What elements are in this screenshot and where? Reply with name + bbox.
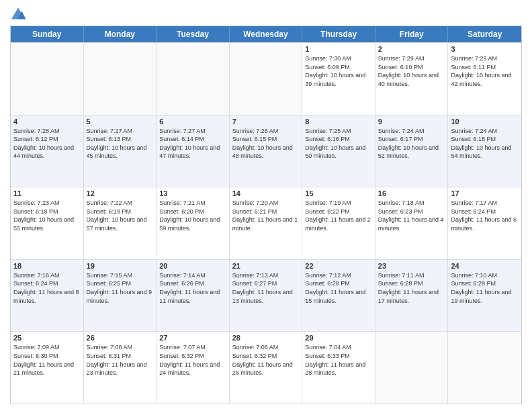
calendar-body: 1Sunrise: 7:30 AM Sunset: 6:09 PM Daylig… [11, 42, 521, 404]
day-info: Sunrise: 7:27 AM Sunset: 6:14 PM Dayligh… [159, 127, 226, 161]
day-info: Sunrise: 7:16 AM Sunset: 6:24 PM Dayligh… [13, 271, 81, 305]
logo-icon [10, 7, 26, 20]
day-info: Sunrise: 7:23 AM Sunset: 6:18 PM Dayligh… [13, 199, 81, 232]
calendar-cell: 6Sunrise: 7:27 AM Sunset: 6:14 PM Daylig… [157, 116, 230, 187]
calendar-cell [448, 332, 521, 404]
calendar-cell: 14Sunrise: 7:20 AM Sunset: 6:21 PM Dayli… [230, 187, 303, 259]
day-number: 28 [232, 334, 300, 342]
calendar-cell: 25Sunrise: 7:09 AM Sunset: 6:30 PM Dayli… [11, 332, 84, 404]
calendar-row-4: 18Sunrise: 7:16 AM Sunset: 6:24 PM Dayli… [11, 259, 521, 332]
calendar-header: SundayMondayTuesdayWednesdayThursdayFrid… [11, 26, 521, 42]
day-info: Sunrise: 7:12 AM Sunset: 6:28 PM Dayligh… [305, 271, 372, 305]
day-number: 11 [13, 189, 81, 197]
day-number: 6 [159, 118, 226, 126]
day-info: Sunrise: 7:24 AM Sunset: 6:18 PM Dayligh… [451, 127, 519, 161]
day-number: 17 [451, 189, 519, 197]
day-info: Sunrise: 7:11 AM Sunset: 6:28 PM Dayligh… [378, 271, 445, 305]
day-number: 24 [451, 262, 519, 270]
calendar-cell: 24Sunrise: 7:10 AM Sunset: 6:29 PM Dayli… [448, 260, 521, 332]
calendar-cell: 2Sunrise: 7:29 AM Sunset: 6:10 PM Daylig… [375, 43, 449, 115]
day-info: Sunrise: 7:20 AM Sunset: 6:21 PM Dayligh… [232, 199, 300, 232]
day-header-sunday: Sunday [11, 26, 84, 42]
day-header-friday: Friday [375, 26, 449, 42]
day-number: 19 [87, 262, 154, 270]
calendar-cell: 22Sunrise: 7:12 AM Sunset: 6:28 PM Dayli… [302, 260, 375, 332]
calendar-row-1: 1Sunrise: 7:30 AM Sunset: 6:09 PM Daylig… [11, 42, 521, 115]
calendar-cell: 23Sunrise: 7:11 AM Sunset: 6:28 PM Dayli… [375, 260, 449, 332]
calendar-cell: 26Sunrise: 7:08 AM Sunset: 6:31 PM Dayli… [84, 332, 157, 404]
day-info: Sunrise: 7:13 AM Sunset: 6:27 PM Dayligh… [232, 271, 300, 305]
calendar-cell [157, 43, 230, 115]
day-info: Sunrise: 7:14 AM Sunset: 6:26 PM Dayligh… [159, 271, 226, 305]
day-info: Sunrise: 7:06 AM Sunset: 6:32 PM Dayligh… [232, 343, 300, 377]
day-number: 20 [159, 262, 226, 270]
day-info: Sunrise: 7:27 AM Sunset: 6:13 PM Dayligh… [87, 127, 154, 161]
calendar-cell: 12Sunrise: 7:22 AM Sunset: 6:19 PM Dayli… [84, 187, 157, 259]
day-number: 21 [232, 262, 300, 270]
day-number: 7 [232, 118, 300, 126]
day-info: Sunrise: 7:17 AM Sunset: 6:24 PM Dayligh… [451, 199, 519, 232]
day-info: Sunrise: 7:26 AM Sunset: 6:15 PM Dayligh… [232, 127, 300, 161]
calendar-cell: 21Sunrise: 7:13 AM Sunset: 6:27 PM Dayli… [230, 260, 303, 332]
day-info: Sunrise: 7:21 AM Sunset: 6:20 PM Dayligh… [159, 199, 226, 232]
calendar-cell: 3Sunrise: 7:29 AM Sunset: 6:11 PM Daylig… [448, 43, 521, 115]
calendar-cell: 5Sunrise: 7:27 AM Sunset: 6:13 PM Daylig… [84, 116, 157, 187]
day-header-saturday: Saturday [448, 26, 521, 42]
calendar-cell: 8Sunrise: 7:25 AM Sunset: 6:16 PM Daylig… [302, 116, 375, 187]
day-number: 16 [378, 189, 445, 197]
day-info: Sunrise: 7:28 AM Sunset: 6:12 PM Dayligh… [13, 127, 81, 161]
day-number: 2 [378, 45, 445, 53]
day-header-monday: Monday [84, 26, 157, 42]
calendar-cell [84, 43, 157, 115]
day-number: 9 [378, 118, 445, 126]
calendar-cell: 13Sunrise: 7:21 AM Sunset: 6:20 PM Dayli… [157, 187, 230, 259]
calendar-cell [375, 332, 449, 404]
logo [10, 7, 29, 20]
day-number: 27 [159, 334, 226, 342]
calendar-cell: 17Sunrise: 7:17 AM Sunset: 6:24 PM Dayli… [448, 187, 521, 259]
calendar-cell: 15Sunrise: 7:19 AM Sunset: 6:22 PM Dayli… [302, 187, 375, 259]
calendar-cell: 9Sunrise: 7:24 AM Sunset: 6:17 PM Daylig… [375, 116, 449, 187]
day-number: 13 [159, 189, 226, 197]
day-number: 5 [87, 118, 154, 126]
day-number: 25 [13, 334, 81, 342]
day-info: Sunrise: 7:24 AM Sunset: 6:17 PM Dayligh… [378, 127, 445, 161]
day-header-thursday: Thursday [302, 26, 375, 42]
day-header-wednesday: Wednesday [230, 26, 303, 42]
calendar-cell: 18Sunrise: 7:16 AM Sunset: 6:24 PM Dayli… [11, 260, 84, 332]
day-number: 14 [232, 189, 300, 197]
calendar-row-2: 4Sunrise: 7:28 AM Sunset: 6:12 PM Daylig… [11, 115, 521, 187]
calendar: SundayMondayTuesdayWednesdayThursdayFrid… [10, 26, 522, 404]
calendar-cell: 27Sunrise: 7:07 AM Sunset: 6:32 PM Dayli… [157, 332, 230, 404]
day-info: Sunrise: 7:07 AM Sunset: 6:32 PM Dayligh… [159, 343, 226, 377]
calendar-row-5: 25Sunrise: 7:09 AM Sunset: 6:30 PM Dayli… [11, 331, 521, 404]
day-info: Sunrise: 7:15 AM Sunset: 6:25 PM Dayligh… [87, 271, 154, 305]
calendar-cell: 4Sunrise: 7:28 AM Sunset: 6:12 PM Daylig… [11, 116, 84, 187]
day-number: 1 [305, 45, 372, 53]
calendar-cell: 11Sunrise: 7:23 AM Sunset: 6:18 PM Dayli… [11, 187, 84, 259]
day-number: 10 [451, 118, 519, 126]
day-number: 29 [305, 334, 372, 342]
page: SundayMondayTuesdayWednesdayThursdayFrid… [0, 0, 532, 411]
day-info: Sunrise: 7:08 AM Sunset: 6:31 PM Dayligh… [87, 343, 154, 377]
calendar-cell [230, 43, 303, 115]
day-number: 15 [305, 189, 372, 197]
day-info: Sunrise: 7:09 AM Sunset: 6:30 PM Dayligh… [13, 343, 81, 377]
day-number: 18 [13, 262, 81, 270]
day-header-tuesday: Tuesday [157, 26, 230, 42]
day-info: Sunrise: 7:18 AM Sunset: 6:23 PM Dayligh… [378, 199, 445, 232]
day-info: Sunrise: 7:04 AM Sunset: 6:33 PM Dayligh… [305, 343, 372, 377]
calendar-cell: 1Sunrise: 7:30 AM Sunset: 6:09 PM Daylig… [302, 43, 375, 115]
day-number: 22 [305, 262, 372, 270]
day-number: 23 [378, 262, 445, 270]
calendar-cell: 16Sunrise: 7:18 AM Sunset: 6:23 PM Dayli… [375, 187, 449, 259]
day-number: 3 [451, 45, 519, 53]
day-info: Sunrise: 7:10 AM Sunset: 6:29 PM Dayligh… [451, 271, 519, 305]
calendar-cell: 28Sunrise: 7:06 AM Sunset: 6:32 PM Dayli… [230, 332, 303, 404]
calendar-cell: 20Sunrise: 7:14 AM Sunset: 6:26 PM Dayli… [157, 260, 230, 332]
day-info: Sunrise: 7:25 AM Sunset: 6:16 PM Dayligh… [305, 127, 372, 161]
calendar-cell: 7Sunrise: 7:26 AM Sunset: 6:15 PM Daylig… [230, 116, 303, 187]
day-number: 12 [87, 189, 154, 197]
calendar-row-3: 11Sunrise: 7:23 AM Sunset: 6:18 PM Dayli… [11, 187, 521, 259]
day-info: Sunrise: 7:22 AM Sunset: 6:19 PM Dayligh… [87, 199, 154, 232]
